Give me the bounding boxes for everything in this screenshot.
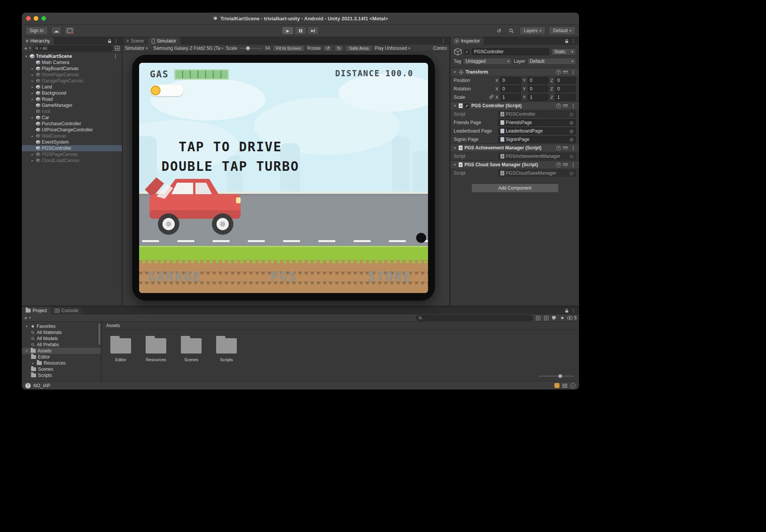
pause-button[interactable] [295,26,307,35]
rotate-ccw-button[interactable]: ↺ [323,45,332,52]
help-icon[interactable]: ? [556,146,561,151]
favorites-filter-icon[interactable]: ★ [559,315,565,321]
scale-z-field[interactable] [555,94,576,101]
object-picker-icon[interactable]: ⊙ [569,137,574,142]
scale-slider[interactable] [240,46,262,51]
favorite-search-item[interactable]: All Prefabs [22,342,101,348]
position-x-field[interactable] [500,77,521,84]
hierarchy-item[interactable]: Main Camera [22,59,122,65]
lock-icon[interactable] [107,37,113,45]
foldout-open-icon[interactable]: ▼ [25,349,29,353]
hierarchy-item[interactable]: EventSystem [22,139,122,145]
sign-in-button[interactable]: Sign in [25,26,48,35]
tab-project[interactable]: Project [22,307,51,314]
panel-menu-icon[interactable]: ⋮ [440,37,447,45]
hierarchy-item[interactable]: rock [22,108,122,115]
panel-menu-icon[interactable]: ⋮ [570,37,577,45]
close-window-button[interactable] [26,16,31,21]
layers-dropdown[interactable]: Layers▾ [520,26,546,35]
lock-icon[interactable] [564,307,570,314]
component-menu-icon[interactable]: ⋮ [570,162,577,167]
foldout-icon[interactable]: ▸ [30,116,34,119]
rotation-y-field[interactable] [528,85,549,92]
presets-icon[interactable] [563,163,568,167]
foldout-open-icon[interactable]: ▼ [25,325,29,328]
folder-item[interactable]: Editor [108,335,133,362]
status-message[interactable]: NO_IAP [33,383,50,388]
foldout-icon[interactable]: ▸ [30,73,34,77]
create-button[interactable]: + [24,46,27,51]
static-dropdown[interactable]: Static▾ [551,48,576,55]
hierarchy-item[interactable]: ▸PGSPageCanvas [22,151,122,157]
hierarchy-item[interactable]: ▸Road [22,96,122,102]
component-menu-icon[interactable]: ⋮ [570,69,577,75]
hierarchy-search[interactable]: ▾ [33,46,113,51]
safe-area-button[interactable]: Safe Area [346,45,372,52]
search-in-window-icon[interactable] [535,316,541,320]
coin-toggle[interactable] [150,85,184,96]
foldout-icon[interactable]: ▸ [30,67,34,70]
script-object-field[interactable]: PGSController⊙ [498,111,576,118]
project-search-input[interactable] [423,316,531,320]
hierarchy-item[interactable]: PurchaseController [22,121,122,127]
search-filter-caret-icon[interactable]: ▾ [40,47,41,50]
create-caret-icon[interactable]: ▾ [29,47,31,50]
favorite-search-item[interactable]: All Materials [22,329,101,336]
foldout-icon[interactable]: ▸ [30,92,34,95]
position-y-field[interactable] [528,77,549,84]
foldout-open-icon[interactable]: ▼ [453,146,457,150]
layer-dropdown[interactable]: Default▾ [527,58,576,65]
leaderboard-page-object-field[interactable]: LeaderboardPage⊙ [498,128,576,134]
object-picker-icon[interactable]: ⊙ [569,112,574,117]
control-label[interactable]: Contro [433,46,447,51]
hierarchy-item[interactable]: ▸Car [22,115,122,121]
rotation-z-field[interactable] [555,85,576,92]
hierarchy-tab[interactable]: ≡ Hierarchy [22,37,54,45]
tag-dropdown[interactable]: Untagged▾ [463,58,512,65]
foldout-icon[interactable]: ▸ [31,362,35,365]
hierarchy-item[interactable]: ▸CloudLoadCanvas [22,157,122,164]
favorites-root[interactable]: ▼★Favorites [22,323,101,329]
script-object-field[interactable]: PGSAchievementManager⊙ [498,153,576,160]
hidden-packages-toggle[interactable]: 5 [567,315,577,321]
hierarchy-item[interactable]: ▸StorePageCanvas [22,72,122,78]
tree-folder-item[interactable]: Editor [22,354,101,360]
component-enabled-checkbox[interactable]: ✓ [464,103,469,108]
hierarchy-item[interactable]: ▸Background [22,90,122,96]
slider-handle[interactable] [558,374,562,378]
device-dropdown[interactable]: Samsung Galaxy Z Fold2 5G (Ta▾ [153,46,223,51]
scale-x-field[interactable] [500,94,521,101]
transform-component-header[interactable]: ▼ Transform ? ⋮ [451,68,579,76]
presets-icon[interactable] [563,104,568,108]
hierarchy-item[interactable]: ▸PlayBoardCanvas [22,65,122,72]
hierarchy-item[interactable]: ▸Land [22,84,122,90]
pgs-cloudsave-header[interactable]: ▼ PGS Cloud Save Manager (Script) ? ⋮ [451,160,579,169]
tab-simulator[interactable]: Simulator [148,37,180,45]
simulator-mode-dropdown[interactable]: Simulator▾ [125,46,148,51]
ok-status-icon[interactable]: ✓ [570,383,576,388]
hierarchy-item[interactable]: ▸GaragePageCanvas [22,78,122,84]
foldout-icon[interactable]: ▸ [30,153,34,156]
hierarchy-item-selected[interactable]: PGSController [22,145,122,151]
tab-console[interactable]: Console [51,307,82,314]
lock-icon[interactable] [564,37,570,45]
foldout-icon[interactable]: ▸ [30,79,34,83]
folder-item[interactable]: Scenes [179,335,203,362]
panel-menu-icon[interactable]: ⋮ [570,307,577,314]
foldout-icon[interactable]: ▸ [30,98,34,101]
rotation-x-field[interactable] [500,85,521,92]
global-search-button[interactable] [507,26,516,35]
pgs-achievement-header[interactable]: ▼ PGS Achievement Manager (Script) ? ⋮ [451,144,579,152]
tree-folder-item[interactable]: ▸Resources [22,360,101,366]
pgs-controller-header[interactable]: ▼ ✓ PGS Controller (Script) ? ⋮ [451,101,579,110]
simulator-viewport[interactable]: GAS DISTANCE 100.0 TAP TO DRIVE DOUBLE T… [123,52,449,306]
thumbnail-zoom-slider[interactable] [538,374,574,378]
folder-item[interactable]: Scripts [214,335,239,362]
cloud-services-button[interactable]: ☁ [51,26,61,35]
tab-scene[interactable]: #Scene [123,37,148,45]
layers-status-icon[interactable] [562,384,568,388]
component-menu-icon[interactable]: ⋮ [570,103,577,108]
object-picker-icon[interactable]: ⊙ [569,120,574,125]
hierarchy-item[interactable]: ▸WaitCanvas [22,133,122,139]
tree-folder-item[interactable]: Scenes [22,366,101,372]
